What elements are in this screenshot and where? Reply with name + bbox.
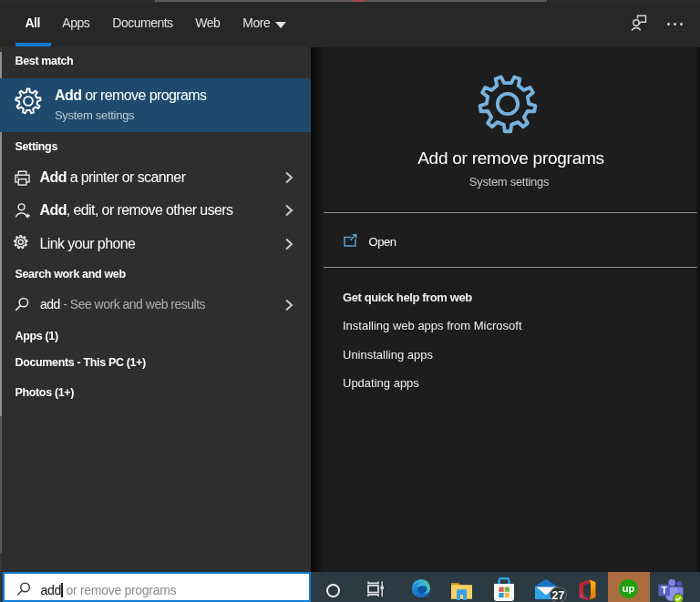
svg-text:T: T bbox=[661, 585, 667, 596]
